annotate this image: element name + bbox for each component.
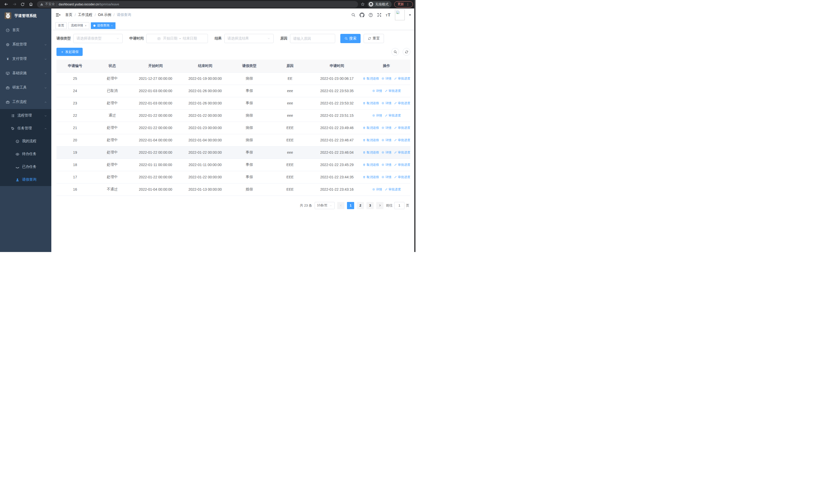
reset-button[interactable]: 重置 [364,34,384,43]
sidebar-item-process-mgmt[interactable]: 流程管理 [0,109,51,122]
page-button-3[interactable]: 3 [367,202,374,209]
cancel-leave-link[interactable]: 取消请假 [363,138,379,142]
breadcrumb-item[interactable]: OA 示例 [98,12,111,17]
view-icon [381,163,384,166]
face-icon [16,139,20,144]
cell-status: 处理中 [94,97,131,109]
tab-leave-query[interactable]: 请假查询 [91,22,115,29]
detail-link[interactable]: 详情 [381,77,391,81]
prev-page-button[interactable] [337,202,344,209]
tab-process-detail[interactable]: 流程详情 [68,22,89,29]
cancel-leave-link[interactable]: 取消请假 [363,163,379,167]
approval-progress-link[interactable]: 审批进度 [385,113,401,118]
create-leave-button[interactable]: 发起请假 [56,48,83,56]
goto-page-input[interactable] [394,202,404,209]
cell-id: 25 [56,72,94,85]
result-select[interactable]: 请选择流结果 [224,34,274,43]
avatar[interactable] [395,9,405,20]
sidebar-item-system-mgmt[interactable]: 系统管理 [0,37,51,52]
fullscreen-icon[interactable] [377,12,382,17]
url-path: /bpm/oa/leave [99,3,119,6]
leave-type-select[interactable]: 请选择请假类型 [74,34,123,43]
sidebar-item-leave-query[interactable]: 请假查询 [0,173,51,186]
view-icon [381,151,384,154]
browser-reload-button[interactable] [19,1,26,8]
browser-update-button[interactable]: 更新 [394,1,413,7]
address-bar[interactable]: 不安全 dashboard.yudao.iocoder.cn/bpm/oa/le… [37,1,358,8]
collapse-sidebar-button[interactable] [55,12,61,18]
cancel-leave-link[interactable]: 取消请假 [363,150,379,155]
sidebar-item-payment-mgmt[interactable]: 支付管理 [0,52,51,66]
browser-menu-dots-icon[interactable] [406,3,409,6]
cell-start-time: 2022-01-22 00:00:00 [131,171,180,183]
sidebar-item-infrastructure[interactable]: 基础设施 [0,66,51,80]
tab-home[interactable]: 首页 [55,22,67,29]
tab-close-button[interactable] [111,24,113,27]
sidebar-logo[interactable]: 芋道管理系统 [0,8,51,23]
window-right-edge [414,0,416,252]
font-size-icon[interactable] [385,12,391,18]
detail-link[interactable]: 详情 [381,101,391,106]
search-button[interactable]: 搜索 [340,34,361,43]
approval-progress-link[interactable]: 审批进度 [394,163,410,167]
detail-link[interactable]: 详情 [381,175,391,179]
detail-link[interactable]: 详情 [372,187,382,192]
help-icon[interactable] [368,12,373,18]
approval-progress-link[interactable]: 审批进度 [394,175,410,179]
approval-progress-link[interactable]: 审批进度 [385,89,401,93]
cancel-leave-link[interactable]: 取消请假 [363,175,379,179]
approval-progress-link[interactable]: 审批进度 [394,101,410,106]
breadcrumb-item[interactable]: 工作流程 [78,12,92,17]
sidebar-item-dev-tools[interactable]: 研发工具 [0,80,51,95]
breadcrumb-item[interactable]: 首页 [65,12,73,17]
detail-link[interactable]: 详情 [372,89,382,93]
bookmark-star-icon[interactable] [361,2,365,6]
reason-input[interactable] [293,36,332,40]
cancel-leave-link[interactable]: 取消请假 [363,77,379,81]
browser-back-button[interactable] [3,1,10,8]
cancel-leave-link[interactable]: 取消请假 [363,126,379,130]
column-header: 状态 [94,60,131,72]
refresh-table-button[interactable] [403,48,410,56]
detail-link[interactable]: 详情 [381,126,391,130]
page-button-1[interactable]: 1 [347,202,354,209]
sidebar-item-workflow[interactable]: 工作流程 [0,95,51,109]
edit-icon [394,163,397,166]
sidebar-item-home[interactable]: 首页 [0,23,51,37]
eye-icon [16,152,20,156]
sidebar-item-my-process[interactable]: 我的流程 [0,135,51,148]
date-range-picker[interactable]: 开始日期 - 结束日期 [146,34,208,43]
detail-link[interactable]: 详情 [372,113,382,118]
cell-status: 通过 [94,109,131,122]
page-size-select[interactable]: 10条/页 [315,202,335,209]
active-tab-dot [93,25,95,27]
sidebar-item-label: 支付管理 [12,56,27,61]
sidebar-item-todo-tasks[interactable]: 待办任务 [0,148,51,160]
github-icon[interactable] [360,12,365,18]
page-button-2[interactable]: 2 [357,202,364,209]
cell-leave-type: 婚假 [230,183,269,196]
detail-link[interactable]: 详情 [381,163,391,167]
approval-progress-link[interactable]: 审批进度 [394,126,410,130]
tab-close-button[interactable] [85,24,87,27]
header-search-icon[interactable] [351,12,356,17]
cancel-leave-link[interactable]: 取消请假 [363,101,379,106]
action-label: 详情 [385,138,391,142]
detail-link[interactable]: 详情 [381,138,391,142]
approval-progress-link[interactable]: 审批进度 [394,150,410,155]
action-label: 详情 [385,150,391,155]
browser-home-button[interactable] [27,1,34,8]
next-page-button[interactable] [376,202,383,209]
sidebar-item-task-mgmt[interactable]: 任务管理 [0,122,51,135]
search-button-label: 搜索 [349,36,356,41]
toggle-search-button[interactable] [391,48,399,56]
detail-link[interactable]: 详情 [381,150,391,155]
approval-progress-link[interactable]: 审批进度 [394,138,410,142]
sidebar-item-done-tasks[interactable]: 已办任务 [0,160,51,173]
avatar-caret-down-icon[interactable] [408,13,411,17]
column-header: 操作 [363,60,410,72]
approval-progress-link[interactable]: 审批进度 [394,77,410,81]
approval-progress-link[interactable]: 审批进度 [385,187,401,192]
cell-status: 处理中 [94,72,131,85]
browser-forward-button[interactable] [11,1,18,8]
